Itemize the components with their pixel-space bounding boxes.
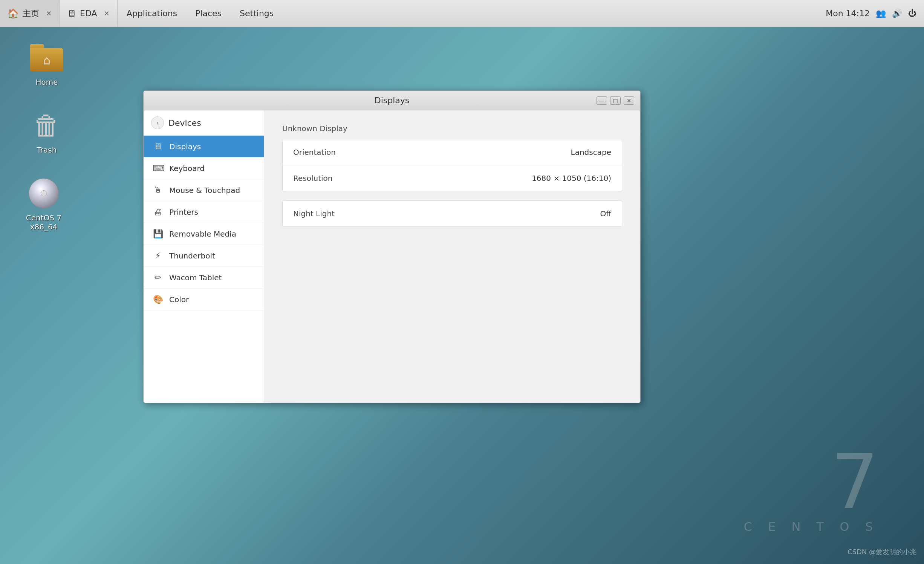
displays-label: Displays — [169, 142, 201, 151]
menu-settings[interactable]: Settings — [231, 0, 283, 27]
desktop-icon-trash[interactable]: 🗑 Trash — [24, 109, 69, 154]
displays-icon: 🖥 — [153, 142, 163, 151]
minimize-button[interactable]: — — [597, 96, 607, 105]
taskbar-tabs: 🏠 主页 ✕ 🖥 EDA ✕ Applications Places Setti… — [0, 0, 818, 27]
main-window: Displays — □ ✕ ‹ Devices 🖥 Displays ⌨ Ke… — [143, 90, 641, 403]
night-light-label: Night Light — [293, 209, 335, 218]
eda-tab-label: EDA — [80, 9, 97, 18]
sidebar-item-printers[interactable]: 🖨 Printers — [144, 201, 264, 223]
keyboard-label: Keyboard — [169, 164, 205, 173]
sidebar-item-removable[interactable]: 💾 Removable Media — [144, 223, 264, 245]
section-title: Unknown Display — [282, 124, 622, 133]
taskbar: 🏠 主页 ✕ 🖥 EDA ✕ Applications Places Setti… — [0, 0, 924, 27]
tab-home[interactable]: 🏠 主页 ✕ — [0, 0, 60, 27]
menu-places[interactable]: Places — [186, 0, 231, 27]
back-button[interactable]: ‹ — [151, 116, 164, 129]
home-icon-label: Home — [35, 78, 58, 87]
sidebar-item-keyboard[interactable]: ⌨ Keyboard — [144, 157, 264, 179]
keyboard-icon: ⌨ — [153, 164, 163, 173]
wacom-label: Wacom Tablet — [169, 273, 222, 282]
trash-folder-icon: 🗑 — [30, 109, 64, 142]
display-settings-card: Orientation Landscape Resolution 1680 × … — [282, 139, 622, 191]
night-light-card: Night Light Off — [282, 200, 622, 227]
trash-icon-label: Trash — [37, 145, 57, 154]
sidebar-item-displays[interactable]: 🖥 Displays — [144, 136, 264, 157]
home-folder-icon: ⌂ — [30, 41, 64, 75]
volume-icon[interactable]: 🔊 — [892, 9, 902, 18]
menu-applications[interactable]: Applications — [118, 0, 186, 27]
centos-cd-icon — [27, 176, 61, 210]
home-tab-icon: 🏠 — [8, 8, 19, 19]
home-tab-label: 主页 — [23, 8, 39, 19]
orientation-value: Landscape — [571, 148, 611, 157]
sidebar-header: ‹ Devices — [144, 110, 264, 136]
maximize-button[interactable]: □ — [610, 96, 621, 105]
centos-number: 7 — [744, 444, 879, 520]
resolution-label: Resolution — [293, 174, 333, 183]
desktop-icon-centos[interactable]: CentOS 7 x86_64 — [21, 176, 66, 231]
resolution-row[interactable]: Resolution 1680 × 1050 (16:10) — [283, 165, 622, 191]
taskbar-clock: Mon 14:12 — [826, 9, 870, 18]
removable-label: Removable Media — [169, 229, 236, 238]
sidebar-item-color[interactable]: 🎨 Color — [144, 289, 264, 310]
removable-icon: 💾 — [153, 229, 163, 238]
resolution-value: 1680 × 1050 (16:10) — [532, 174, 611, 183]
network-icon[interactable]: 👥 — [876, 9, 886, 18]
orientation-row[interactable]: Orientation Landscape — [283, 139, 622, 165]
home-tab-close[interactable]: ✕ — [46, 9, 52, 17]
tab-eda[interactable]: 🖥 EDA ✕ — [60, 0, 118, 27]
power-icon[interactable]: ⏻ — [908, 9, 916, 18]
eda-tab-close[interactable]: ✕ — [104, 9, 110, 17]
thunderbolt-icon: ⚡ — [153, 251, 163, 260]
centos-watermark: 7 C E N T O S — [744, 444, 879, 534]
taskbar-menus: Applications Places Settings — [118, 0, 283, 27]
color-label: Color — [169, 295, 189, 304]
night-light-row[interactable]: Night Light Off — [283, 201, 622, 226]
mouse-icon: 🖱 — [153, 185, 163, 195]
window-title: Displays — [187, 96, 597, 105]
window-controls: — □ ✕ — [597, 96, 634, 105]
close-button[interactable]: ✕ — [624, 96, 634, 105]
color-icon: 🎨 — [153, 295, 163, 304]
main-content: Unknown Display Orientation Landscape Re… — [264, 110, 640, 403]
wacom-icon: ✏ — [153, 273, 163, 282]
taskbar-right: Mon 14:12 👥 🔊 ⏻ — [818, 0, 924, 27]
window-titlebar: Displays — □ ✕ — [144, 91, 640, 110]
centos-icon-label: CentOS 7 x86_64 — [21, 213, 66, 231]
sidebar: ‹ Devices 🖥 Displays ⌨ Keyboard 🖱 Mouse … — [144, 110, 264, 403]
printers-icon: 🖨 — [153, 207, 163, 217]
printers-label: Printers — [169, 208, 198, 217]
centos-text: C E N T O S — [744, 520, 879, 534]
csdn-watermark: CSDN @爱发明的小兆 — [848, 547, 916, 556]
sidebar-item-mouse[interactable]: 🖱 Mouse & Touchpad — [144, 179, 264, 201]
sidebar-item-thunderbolt[interactable]: ⚡ Thunderbolt — [144, 245, 264, 267]
sidebar-title: Devices — [168, 118, 201, 128]
thunderbolt-label: Thunderbolt — [169, 251, 215, 260]
mouse-label: Mouse & Touchpad — [169, 186, 240, 195]
window-body: ‹ Devices 🖥 Displays ⌨ Keyboard 🖱 Mouse … — [144, 110, 640, 403]
eda-tab-icon: 🖥 — [67, 8, 76, 19]
sidebar-item-wacom[interactable]: ✏ Wacom Tablet — [144, 267, 264, 289]
sidebar-items: 🖥 Displays ⌨ Keyboard 🖱 Mouse & Touchpad… — [144, 136, 264, 403]
orientation-label: Orientation — [293, 148, 336, 157]
night-light-value: Off — [600, 209, 611, 218]
desktop-icon-home[interactable]: ⌂ Home — [24, 41, 69, 87]
